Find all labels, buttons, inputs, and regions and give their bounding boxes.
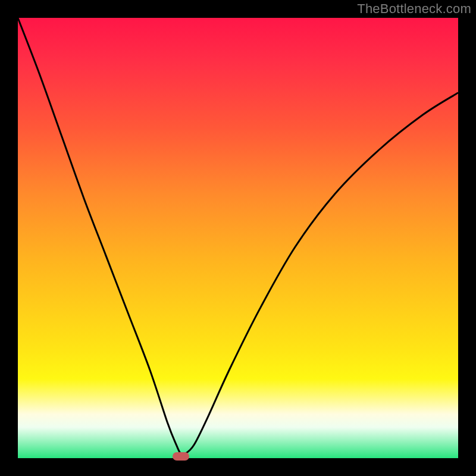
chart-stage: TheBottleneck.com (0, 0, 476, 476)
bottleneck-curve (18, 18, 458, 458)
curve-path (18, 18, 458, 455)
optimum-marker (173, 452, 189, 461)
plot-area (18, 18, 458, 458)
watermark-text: TheBottleneck.com (357, 1, 471, 17)
